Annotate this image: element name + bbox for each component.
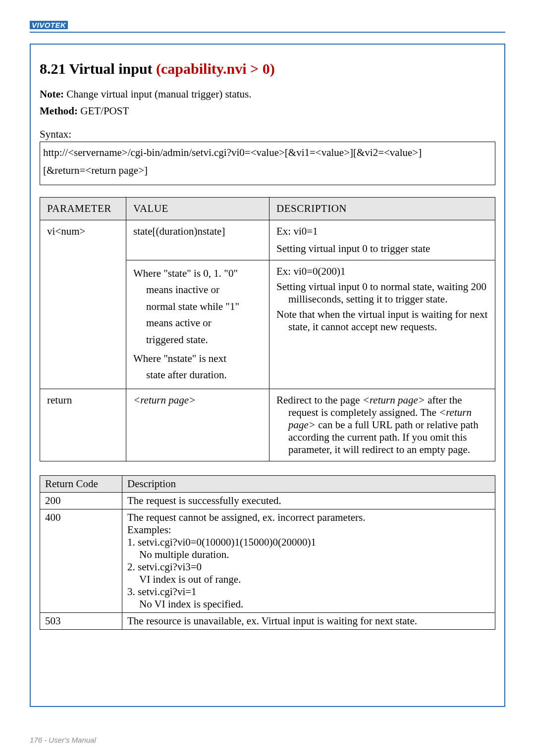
parameter-table: PARAMETER VALUE DESCRIPTION vi<num> stat… xyxy=(40,197,495,461)
cell-desc-where: Ex: vi0=0(200)1 Setting virtual input 0 … xyxy=(269,260,495,389)
desc-italic: <return xyxy=(439,406,472,418)
cell-desc-return: Redirect to the page <return page> after… xyxy=(269,389,495,461)
value-line: state after duration. xyxy=(133,367,262,384)
cell-code: 400 xyxy=(40,509,122,612)
cell-value-return: <return page> xyxy=(126,389,269,461)
desc-line: The request cannot be assigned, ex. inco… xyxy=(127,511,490,524)
content-frame: 8.21 Virtual input (capability.nvi > 0) … xyxy=(30,44,505,707)
page-footer: 176 - User's Manual xyxy=(30,736,96,744)
note-line: Note: Change virtual input (manual trigg… xyxy=(40,86,495,119)
table-row: 503 The resource is unavailable, ex. Vir… xyxy=(40,612,495,629)
return-code-table: Return Code Description 200 The request … xyxy=(40,475,495,630)
desc-line: Setting virtual input 0 to normal state,… xyxy=(276,281,486,293)
value-line: means inactive or xyxy=(133,282,262,299)
value-line: Where "state" is 0, 1. "0" xyxy=(133,267,238,279)
th-parameter: PARAMETER xyxy=(40,197,126,220)
syntax-label: Syntax: xyxy=(40,128,495,141)
note-label: Note: xyxy=(40,88,64,100)
cell-param-return: return xyxy=(40,389,126,461)
table-row: return <return page> Redirect to the pag… xyxy=(40,389,495,461)
desc-line: after the xyxy=(425,394,462,406)
desc-line: Examples: xyxy=(127,524,490,536)
cell-desc: The request cannot be assigned, ex. inco… xyxy=(122,509,495,612)
desc-line: 2. setvi.cgi?vi3=0 xyxy=(127,561,490,573)
table-header-row: Return Code Description xyxy=(40,475,495,492)
table-row: 400 The request cannot be assigned, ex. … xyxy=(40,509,495,612)
th-value: VALUE xyxy=(126,197,269,220)
cell-code: 200 xyxy=(40,492,122,509)
th-return-desc: Description xyxy=(122,475,495,492)
desc-line: parameter, it will redirect to an empty … xyxy=(276,444,488,456)
desc-line: 3. setvi.cgi?vi=1 xyxy=(127,586,490,598)
desc-line: 1. setvi.cgi?vi0=0(10000)1(15000)0(20000… xyxy=(127,536,490,549)
th-return-code: Return Code xyxy=(40,475,122,492)
desc-line: Redirect to the page xyxy=(276,394,363,406)
cell-value-state: state[(duration)nstate] xyxy=(126,220,269,260)
section-title-black: Virtual input xyxy=(69,60,152,77)
brand-bar: VIVOTEK xyxy=(30,21,505,33)
desc-line: VI index is out of range. xyxy=(127,573,490,586)
cell-desc: The request is successfully executed. xyxy=(122,492,495,509)
cell-code: 503 xyxy=(40,612,122,629)
desc-line: No multiple duration. xyxy=(127,549,490,561)
method-label: Method: xyxy=(40,105,78,117)
table-header-row: PARAMETER VALUE DESCRIPTION xyxy=(40,197,495,220)
cell-desc-state: Ex: vi0=1 Setting virtual input 0 to tri… xyxy=(269,220,495,260)
section-number: 8.21 xyxy=(40,60,66,77)
desc-line: can be a full URL path or relative path xyxy=(316,419,479,431)
syntax-line-2: [&return=<return page>] xyxy=(43,162,492,180)
desc-line: request is completely assigned. The xyxy=(288,406,439,418)
value-line: normal state while "1" xyxy=(133,299,262,315)
cell-param-vi: vi<num> xyxy=(40,220,126,389)
syntax-line-1: http://<servername>/cgi-bin/admin/setvi.… xyxy=(43,144,492,162)
value-line: means active or xyxy=(133,315,262,332)
desc-line: Ex: vi0=1 xyxy=(276,225,488,238)
value-line: triggered state. xyxy=(133,332,262,349)
note-text: Change virtual input (manual trigger) st… xyxy=(64,88,252,100)
desc-line: according the current path. If you omit … xyxy=(276,431,488,444)
cell-desc: The resource is unavailable, ex. Virtual… xyxy=(122,612,495,629)
desc-line: No VI index is specified. xyxy=(127,598,490,610)
brand-logo: VIVOTEK xyxy=(30,21,68,29)
desc-line: , setting it to trigger state. xyxy=(341,293,447,305)
th-description: DESCRIPTION xyxy=(269,197,495,220)
method-text: GET/POST xyxy=(78,105,129,117)
section-title: 8.21 Virtual input (capability.nvi > 0) xyxy=(40,60,495,77)
syntax-box: http://<servername>/cgi-bin/admin/setvi.… xyxy=(40,142,495,185)
desc-line: state, it cannot accept new requests. xyxy=(276,321,488,333)
desc-line: Note that when the virtual input is wait… xyxy=(276,308,487,320)
cell-value-where: Where "state" is 0, 1. "0" means inactiv… xyxy=(126,260,269,389)
value-line: Where "nstate" is next xyxy=(133,353,226,364)
desc-line: Ex: vi0=0(200)1 xyxy=(276,265,488,278)
section-title-red: (capability.nvi > 0) xyxy=(156,60,275,77)
desc-italic: <return page> xyxy=(363,394,425,406)
value-italic: <return page> xyxy=(133,394,196,406)
table-row: vi<num> state[(duration)nstate] Ex: vi0=… xyxy=(40,220,495,260)
table-row: 200 The request is successfully executed… xyxy=(40,492,495,509)
desc-bold: milliseconds xyxy=(288,293,341,305)
desc-line: Setting virtual input 0 to trigger state xyxy=(276,243,488,255)
desc-italic: page> xyxy=(288,419,316,431)
